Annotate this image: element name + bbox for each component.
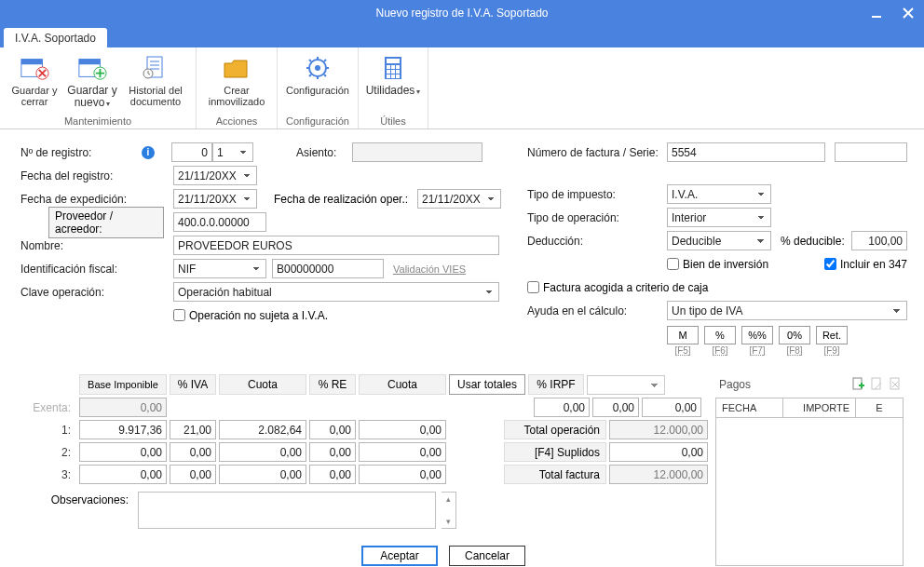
r1-piva[interactable] [170,420,216,439]
num-registro-2[interactable]: 1 [212,142,253,162]
title-bar: Nuevo registro de I.V.A. Soportado [0,0,924,26]
serie[interactable] [835,142,907,162]
fecha-realizacion-label: Fecha de realización oper.: [274,193,417,206]
suplidos[interactable] [609,442,708,462]
pagos-col-fecha[interactable]: FECHA [716,398,783,417]
fecha-expedicion[interactable]: 21/11/20XX [173,189,257,209]
edit-document-icon[interactable] [868,376,885,393]
tipo-impuesto[interactable]: I.V.A. [667,184,771,204]
r3-pre[interactable] [309,465,356,484]
ayuda-calculo[interactable]: Un tipo de IVA [667,301,907,320]
validacion-vies-link[interactable]: Validación VIES [393,263,466,275]
minimize-button[interactable] [861,0,892,26]
r2-cuota[interactable] [219,442,306,462]
bien-inversion-checkbox[interactable]: Bien de inversión [667,258,768,271]
nombre-field[interactable] [173,236,499,255]
svg-rect-0 [872,16,881,18]
total-factura [609,465,708,484]
pagos-table: FECHA IMPORTE E [715,398,904,566]
svg-rect-16 [387,70,390,74]
num-registro-1[interactable] [171,142,212,162]
ayuda-calculo-label: Ayuda en el cálculo: [527,304,667,317]
pct-deducible[interactable] [851,231,907,250]
ribbon: Guardar y cerrar Guardar y nuevo▾ Histor… [0,47,924,129]
tipo-operacion[interactable]: Interior [667,208,771,227]
proveedor-cuenta[interactable] [173,212,266,232]
asiento-field [352,142,482,162]
calc-btn-pctpct[interactable]: %% [741,326,773,344]
observaciones-scrollbar[interactable]: ▴▾ [442,492,456,529]
col-cuota: Cuota [219,374,306,395]
tab-strip: I.V.A. Soportado [0,26,924,47]
save-new-icon [77,53,107,83]
pagos-col-importe[interactable]: IMPORTE [783,398,856,417]
col-pct-iva: % IVA [170,374,216,395]
svg-rect-19 [387,74,390,78]
fecha-realizacion[interactable]: 21/11/20XX [417,189,501,209]
fecha-registro[interactable]: 21/11/20XX [173,166,257,185]
clave-operacion-label: Clave operación: [20,286,173,299]
r1-cuota2[interactable] [359,420,446,439]
ribbon-configuracion[interactable]: Configuración [283,51,352,96]
col-base: Base Imponible [79,374,167,395]
pct-deducible-label: % deducible: [781,235,851,248]
fecha-expedicion-label: Fecha de expedición: [20,193,173,206]
calc-btn-0pct[interactable]: 0% [779,326,810,344]
delete-document-icon[interactable] [887,376,904,393]
r1-cuota[interactable] [219,420,306,439]
observaciones[interactable] [138,492,436,529]
r3-piva[interactable] [170,465,216,484]
irpf-cell-a[interactable] [534,398,590,417]
svg-rect-20 [391,74,395,78]
ribbon-utilidades[interactable]: Utilidades▾ [364,51,422,97]
r3-base[interactable] [79,465,167,484]
fecha-registro-label: Fecha del registro: [20,169,173,182]
id-fiscal-numero[interactable] [272,259,384,278]
svg-rect-13 [387,65,390,69]
num-factura-label: Número de factura / Serie: [527,146,667,159]
r2-base[interactable] [79,442,167,462]
id-fiscal-label: Identificación fiscal: [20,263,173,276]
proveedor-button[interactable]: Proveedor / acreedor: [48,207,164,238]
ribbon-guardar-nuevo[interactable]: Guardar y nuevo▾ [63,51,121,109]
calc-btn-ret[interactable]: Ret. [816,326,848,344]
irpf-cell-b[interactable] [592,398,639,417]
r2-piva[interactable] [170,442,216,462]
aceptar-button[interactable]: Aceptar [361,546,438,566]
tab-iva-soportado[interactable]: I.V.A. Soportado [4,28,107,47]
pagos-col-e[interactable]: E [856,398,903,417]
asiento-label: Asiento: [296,146,352,159]
col-pct-irpf: % IRPF [528,374,584,395]
r3-cuota2[interactable] [359,465,446,484]
ribbon-crear-inmovilizado[interactable]: Crear inmovilizado [202,51,271,107]
cancelar-button[interactable]: Cancelar [449,546,525,566]
close-button[interactable] [892,0,924,26]
add-document-icon[interactable] [849,376,866,393]
calc-btn-pct[interactable]: % [704,326,736,344]
r1-base[interactable] [79,420,167,439]
incluir-347-checkbox[interactable]: Incluir en 347 [824,258,907,271]
id-fiscal-tipo[interactable]: NIF [173,259,266,278]
clave-operacion[interactable]: Operación habitual [173,282,499,302]
irpf-cell-c[interactable] [642,398,701,417]
ribbon-guardar-cerrar[interactable]: Guardar y cerrar [6,51,63,107]
r1-pre[interactable] [309,420,356,439]
r2-cuota2[interactable] [359,442,446,462]
usar-totales-button[interactable]: Usar totales [449,374,525,395]
ribbon-historial-documento[interactable]: Historial del documento [121,51,190,107]
tipo-operacion-label: Tipo de operación: [527,211,667,224]
exenta-base [79,398,167,417]
document-history-icon [141,53,170,83]
svg-rect-5 [79,60,101,65]
criterio-caja-checkbox[interactable]: Factura acogida a criterio de caja [527,281,708,294]
deduccion[interactable]: Deducible [667,231,771,250]
num-factura[interactable] [667,142,825,162]
calc-btn-m[interactable]: M [667,326,699,344]
r3-cuota[interactable] [219,465,306,484]
r2-pre[interactable] [309,442,356,462]
info-icon[interactable]: i [142,146,155,159]
svg-rect-2 [21,60,43,65]
no-sujeta-checkbox[interactable]: Operación no sujeta a I.V.A. [173,309,328,322]
window-title: Nuevo registro de I.V.A. Soportado [375,7,548,20]
total-operacion [609,420,708,439]
